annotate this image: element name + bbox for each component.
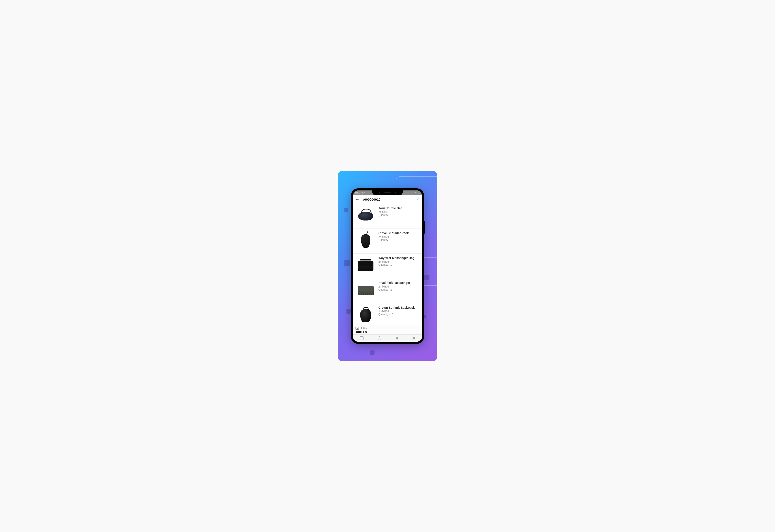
back-nav-button[interactable] (396, 336, 398, 340)
status-time: 11:53 (355, 192, 360, 194)
product-list-item[interactable]: Wayfarer Messenger Bag24-MB05Quantity - … (353, 254, 422, 278)
product-sku: 24-MB01 (378, 211, 403, 214)
product-thumbnail (356, 206, 375, 226)
accessibility-icon[interactable]: ✲ (413, 336, 415, 340)
decoration (370, 350, 374, 355)
tote-count: 1 Tote (361, 327, 367, 330)
decoration (424, 275, 430, 280)
tote-bar[interactable]: 1 Tote Tote-1-9 (353, 325, 422, 334)
confirm-button[interactable]: ✓ (417, 197, 420, 201)
product-sku: 24-MB05 (378, 260, 415, 263)
app-bar: ← #000000010 ✓ (353, 195, 422, 204)
product-quantity: Quantity - 1 (378, 238, 409, 241)
product-name: Wayfarer Messenger Bag (378, 256, 415, 260)
product-list[interactable]: Joust Duffle Bag24-MB01Quantity - 15Stri… (353, 204, 422, 325)
product-thumbnail (356, 306, 375, 325)
home-button[interactable] (378, 336, 381, 340)
status-extra-icon: • (364, 192, 365, 194)
product-thumbnail (356, 256, 375, 276)
recent-apps-button[interactable] (360, 336, 363, 340)
decoration (344, 208, 348, 212)
product-list-item[interactable]: Crown Summit Backpack24-MB03Quantity - 1… (353, 303, 422, 325)
tote-icon (355, 327, 359, 330)
product-sku: 24-MB04 (378, 235, 409, 238)
product-sku: 24-MB06 (378, 285, 410, 288)
product-list-item[interactable]: Strive Shoulder Pack24-MB04Quantity - 1 (353, 229, 422, 254)
gradient-card: 11:53 ⇅ • ᯤ ▭ ← #000000010 ✓ Joust Duffl… (338, 171, 437, 361)
decoration (344, 260, 350, 266)
signal-icon: ⇅ (361, 192, 363, 194)
android-nav-bar: ✲ (353, 334, 422, 342)
product-name: Rival Field Messenger (378, 281, 410, 284)
product-quantity: Quantity - 2 (378, 288, 410, 291)
product-thumbnail (356, 231, 375, 251)
product-thumbnail (356, 281, 375, 300)
wifi-icon: ᯤ (415, 192, 417, 194)
tote-name: Tote-1-9 (355, 330, 420, 334)
phone-frame: 11:53 ⇅ • ᯤ ▭ ← #000000010 ✓ Joust Duffl… (351, 188, 424, 344)
product-name: Strive Shoulder Pack (378, 231, 409, 235)
product-quantity: Quantity - 1 (378, 263, 415, 266)
product-sku: 24-MB03 (378, 310, 415, 313)
product-list-item[interactable]: Joust Duffle Bag24-MB01Quantity - 15 (353, 204, 422, 229)
battery-icon: ▭ (418, 192, 420, 194)
decoration (346, 309, 351, 314)
product-quantity: Quantity - 10 (378, 313, 415, 316)
phone-notch (372, 190, 403, 195)
back-button[interactable]: ← (355, 197, 359, 201)
order-number-title: #000000010 (362, 198, 414, 201)
product-name: Crown Summit Backpack (378, 306, 415, 309)
product-list-item[interactable]: Rival Field Messenger24-MB06Quantity - 2 (353, 278, 422, 303)
phone-screen: 11:53 ⇅ • ᯤ ▭ ← #000000010 ✓ Joust Duffl… (353, 190, 422, 342)
product-name: Joust Duffle Bag (378, 206, 403, 210)
product-quantity: Quantity - 15 (378, 214, 403, 217)
